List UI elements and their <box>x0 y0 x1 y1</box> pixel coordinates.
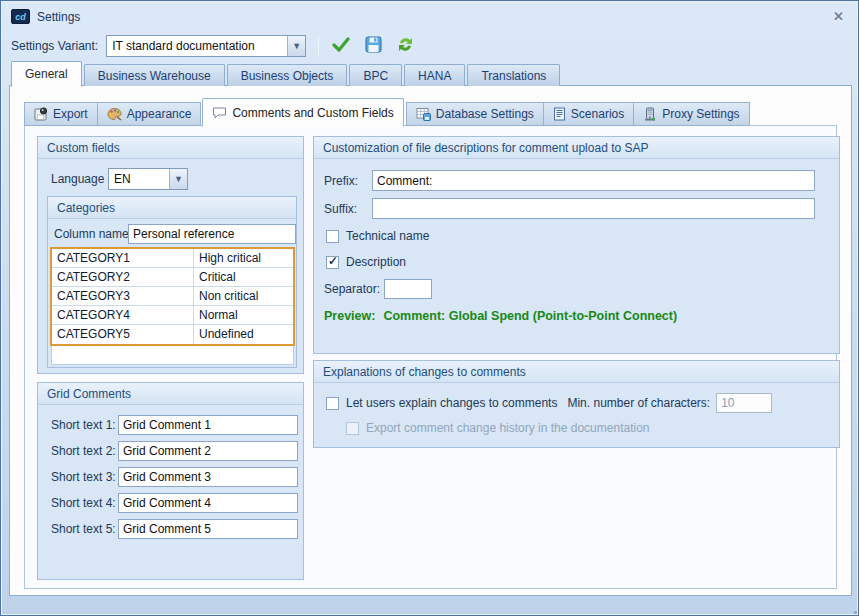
scenarios-document-icon <box>553 107 566 121</box>
short-text-2-input[interactable] <box>118 441 298 461</box>
title-bar[interactable]: cd Settings ✕ <box>3 3 856 30</box>
column-name-label: Column name: <box>54 227 128 241</box>
export-history-label: Export comment change history in the doc… <box>366 421 650 435</box>
preview-value: Comment: Global Spend (Point-to-Point Co… <box>383 309 677 323</box>
categories-grid-empty-area[interactable] <box>51 346 294 365</box>
subtab-label: Appearance <box>127 107 192 121</box>
tab-bpc[interactable]: BPC <box>349 64 402 86</box>
window-title: Settings <box>37 10 80 24</box>
prefix-label: Prefix: <box>324 174 372 188</box>
technical-name-label: Technical name <box>346 229 429 243</box>
tab-business-warehouse[interactable]: Business Warehouse <box>84 64 225 86</box>
subtab-label: Scenarios <box>571 107 624 121</box>
short-text-4-input[interactable] <box>118 493 298 513</box>
table-row[interactable]: CATEGORY2 Critical <box>52 268 293 287</box>
categories-header: Categories <box>48 197 296 219</box>
export-history-checkbox[interactable] <box>346 422 359 435</box>
description-checkbox[interactable] <box>326 256 339 269</box>
app-logo-icon: cd <box>11 9 30 24</box>
chevron-down-icon[interactable]: ▼ <box>169 169 187 189</box>
comments-tab-content: Custom fields Language EN ▼ Categories C… <box>24 125 837 589</box>
grid-comments-header: Grid Comments <box>38 383 303 405</box>
technical-name-checkbox[interactable] <box>326 230 339 243</box>
proxy-computer-icon <box>643 107 657 121</box>
short-text-2-label: Short text 2: <box>51 444 118 458</box>
refresh-button[interactable] <box>391 33 419 59</box>
close-icon[interactable]: ✕ <box>829 9 848 24</box>
categories-table-highlighted[interactable]: CATEGORY1 High critical CATEGORY2 Critic… <box>50 247 295 346</box>
category-key: CATEGORY3 <box>52 287 194 305</box>
customization-group: Customization of file descriptions for c… <box>313 136 840 354</box>
suffix-input[interactable] <box>372 198 815 219</box>
description-label: Description <box>346 255 406 269</box>
subtab-comments-and-custom-fields[interactable]: Comments and Custom Fields <box>202 98 403 127</box>
short-text-5-input[interactable] <box>118 519 298 539</box>
explanations-header: Explanations of changes to comments <box>314 361 839 383</box>
category-value: Normal <box>194 306 293 324</box>
resize-grip[interactable] <box>849 606 852 609</box>
save-button[interactable] <box>359 33 387 59</box>
tab-translations[interactable]: Translations <box>467 64 560 86</box>
subtab-label: Proxy Settings <box>662 107 739 121</box>
min-chars-input[interactable] <box>716 393 772 413</box>
appearance-palette-icon <box>107 107 122 121</box>
category-value: Critical <box>194 268 293 286</box>
table-row[interactable]: CATEGORY4 Normal <box>52 306 293 325</box>
general-tab-panel: Export Appearance Comments and Custom Fi… <box>9 85 852 596</box>
chevron-down-icon[interactable]: ▼ <box>287 36 305 56</box>
prefix-input[interactable] <box>372 170 815 191</box>
column-name-input[interactable] <box>128 224 296 244</box>
settings-variant-value: IT standard documentation <box>107 36 287 56</box>
categories-group: Categories Column name: CATEGORY1 High c… <box>47 196 297 368</box>
grid-comments-group: Grid Comments Short text 1: Short text 2… <box>37 382 304 580</box>
short-text-3-label: Short text 3: <box>51 470 118 484</box>
let-users-explain-label: Let users explain changes to comments <box>346 396 557 410</box>
custom-fields-header: Custom fields <box>38 137 303 159</box>
category-key: CATEGORY2 <box>52 268 194 286</box>
min-chars-label: Min. number of characters: <box>567 396 710 410</box>
subtab-export[interactable]: Export <box>24 102 98 126</box>
category-key: CATEGORY4 <box>52 306 194 324</box>
categories-grid: CATEGORY1 High critical CATEGORY2 Critic… <box>50 247 295 365</box>
main-tab-bar: General Business Warehouse Business Obje… <box>11 60 848 86</box>
language-value: EN <box>109 169 169 189</box>
subtab-label: Comments and Custom Fields <box>232 106 393 120</box>
separator-input[interactable] <box>384 279 432 299</box>
explanations-group: Explanations of changes to comments Let … <box>313 360 840 448</box>
tab-hana[interactable]: HANA <box>404 64 465 86</box>
database-icon <box>416 107 431 121</box>
subtab-label: Database Settings <box>436 107 534 121</box>
tab-general[interactable]: General <box>11 61 82 87</box>
table-row[interactable]: CATEGORY5 Undefined <box>52 325 293 344</box>
short-text-1-input[interactable] <box>118 415 298 435</box>
suffix-label: Suffix: <box>324 202 372 216</box>
language-combobox[interactable]: EN ▼ <box>108 168 188 190</box>
comment-bubble-icon <box>212 106 227 120</box>
subtab-scenarios[interactable]: Scenarios <box>543 102 634 126</box>
subtab-appearance[interactable]: Appearance <box>97 102 202 126</box>
short-text-4-label: Short text 4: <box>51 496 118 510</box>
short-text-3-input[interactable] <box>118 467 298 487</box>
apply-button[interactable] <box>327 33 355 59</box>
custom-fields-group: Custom fields Language EN ▼ Categories C… <box>37 136 304 374</box>
preview-line: Preview: Comment: Global Spend (Point-to… <box>324 309 677 323</box>
settings-variant-combobox[interactable]: IT standard documentation ▼ <box>106 35 306 57</box>
let-users-explain-checkbox[interactable] <box>326 397 339 410</box>
language-label: Language <box>51 172 108 186</box>
category-value: Undefined <box>194 325 293 344</box>
toolbar: Settings Variant: IT standard documentat… <box>3 31 856 61</box>
table-row[interactable]: CATEGORY1 High critical <box>52 249 293 268</box>
subtab-label: Export <box>53 107 88 121</box>
preview-label: Preview: <box>324 309 375 323</box>
subtab-proxy-settings[interactable]: Proxy Settings <box>633 102 749 126</box>
short-text-5-label: Short text 5: <box>51 522 118 536</box>
category-value: Non critical <box>194 287 293 305</box>
subtab-database-settings[interactable]: Database Settings <box>406 102 544 126</box>
tab-business-objects[interactable]: Business Objects <box>227 64 348 86</box>
toolbar-separator <box>318 36 319 56</box>
sub-tab-bar: Export Appearance Comments and Custom Fi… <box>24 97 749 126</box>
table-row[interactable]: CATEGORY3 Non critical <box>52 287 293 306</box>
save-floppy-icon <box>365 36 382 56</box>
export-icon <box>34 107 48 121</box>
short-text-1-label: Short text 1: <box>51 418 118 432</box>
